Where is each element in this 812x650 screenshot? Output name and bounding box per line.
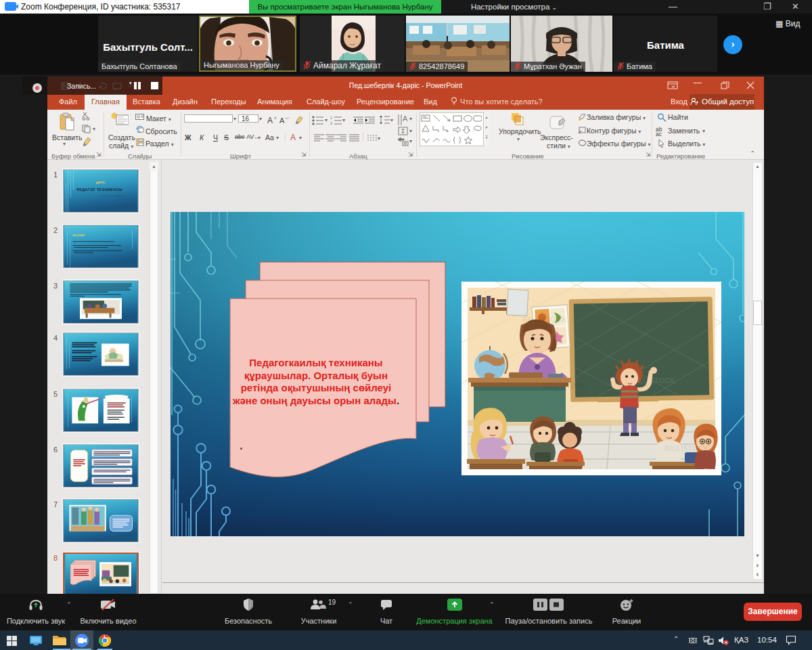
svg-text:BILLISTOCK: BILLISTOCK xyxy=(543,382,587,390)
svg-text:BILLISTOCK: BILLISTOCK xyxy=(522,316,567,324)
svg-text:A: A xyxy=(403,114,408,123)
svg-text:ЖОСПАР:: ЖОСПАР: xyxy=(72,234,85,237)
svg-text:ДӘРІС:: ДӘРІС: xyxy=(96,181,106,184)
svg-text:ӨТК. ПЕДАГОГ МАГИСТРАНТЫ: ӨТК. ПЕДАГОГ МАГИСТРАНТЫ xyxy=(100,195,126,197)
svg-text:ПЕДАГОГ ТЕХНИКАСЫ: ПЕДАГОГ ТЕХНИКАСЫ xyxy=(76,188,122,192)
svg-text:2: 2 xyxy=(330,121,333,125)
svg-text:BILLISTOCK: BILLISTOCK xyxy=(664,444,709,452)
svg-text:BILLISTOCK: BILLISTOCK xyxy=(631,376,675,385)
svg-text:1: 1 xyxy=(330,116,333,120)
